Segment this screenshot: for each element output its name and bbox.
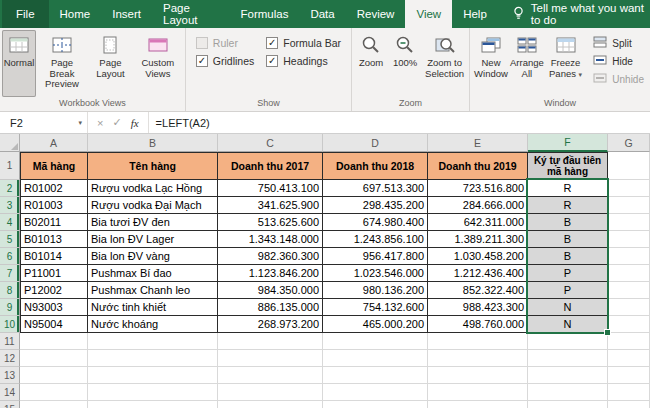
unhide-button[interactable]: Unhide [593,72,644,86]
cell-F8[interactable]: P [528,282,608,299]
tab-view[interactable]: View [405,0,452,28]
cell-E1[interactable]: Doanh thu 2019 [428,152,528,180]
cell-A7[interactable]: P11001 [20,265,88,282]
row-header-5[interactable]: 5 [0,231,20,248]
cell-F12[interactable] [528,350,608,367]
cell-D4[interactable]: 674.980.400 [323,214,428,231]
tab-home[interactable]: Home [49,0,102,28]
cell-G2[interactable] [608,180,650,197]
tab-insert[interactable]: Insert [101,0,152,28]
cell-D8[interactable]: 980.136.200 [323,282,428,299]
row-header-10[interactable]: 10 [0,316,20,333]
headings-checkbox[interactable]: Headings [266,55,341,67]
cell-F6[interactable]: B [528,248,608,265]
cell-G7[interactable] [608,265,650,282]
zoom-100-button[interactable]: 100% [388,30,422,97]
cell-A10[interactable]: N95004 [20,316,88,333]
cell-G10[interactable] [608,316,650,333]
zoom-button[interactable]: Zoom [354,30,388,97]
cell-C10[interactable]: 268.973.200 [218,316,323,333]
cell-C15[interactable] [218,401,323,408]
cell-D7[interactable]: 1.023.546.000 [323,265,428,282]
formula-input[interactable]: =LEFT(A2) [149,112,650,133]
row-header-9[interactable]: 9 [0,299,20,316]
formula-bar-checkbox[interactable]: Formula Bar [266,37,341,49]
cell-E8[interactable]: 852.322.400 [428,282,528,299]
cell-A6[interactable]: B01014 [20,248,88,265]
column-header-E[interactable]: E [428,134,528,152]
select-all-corner[interactable] [0,134,20,152]
cell-E13[interactable] [428,367,528,384]
cell-D10[interactable]: 465.000.200 [323,316,428,333]
cell-G6[interactable] [608,248,650,265]
insert-function-icon[interactable]: fx [131,117,139,129]
cell-A5[interactable]: B01013 [20,231,88,248]
cell-E12[interactable] [428,350,528,367]
cell-B6[interactable]: Bia lon ĐV vàng [88,248,218,265]
new-window-button[interactable]: New Window [472,30,510,97]
cell-D14[interactable] [323,384,428,401]
cell-A13[interactable] [20,367,88,384]
cell-G14[interactable] [608,384,650,401]
column-header-A[interactable]: A [20,134,88,152]
page-layout-button[interactable]: Page Layout [88,30,133,97]
cell-E4[interactable]: 642.311.000 [428,214,528,231]
cell-C9[interactable]: 886.135.000 [218,299,323,316]
cell-D15[interactable] [323,401,428,408]
cell-G1[interactable] [608,152,650,180]
ruler-checkbox[interactable]: Ruler [196,37,254,49]
cell-D9[interactable]: 754.132.600 [323,299,428,316]
cell-F10[interactable]: N [528,316,608,333]
cell-B2[interactable]: Rượu vodka Lạc Hồng [88,180,218,197]
cell-G15[interactable] [608,401,650,408]
tab-review[interactable]: Review [346,0,406,28]
cell-C4[interactable]: 513.625.600 [218,214,323,231]
cell-C14[interactable] [218,384,323,401]
cell-C8[interactable]: 984.350.000 [218,282,323,299]
cell-C3[interactable]: 341.625.900 [218,197,323,214]
cell-C2[interactable]: 750.413.100 [218,180,323,197]
arrange-all-button[interactable]: Arrange All [510,30,544,97]
column-header-F[interactable]: F [528,134,608,152]
cell-E11[interactable] [428,333,528,350]
cell-C5[interactable]: 1.343.148.000 [218,231,323,248]
cell-A12[interactable] [20,350,88,367]
cell-A1[interactable]: Mã hàng [20,152,88,180]
cell-D2[interactable]: 697.513.300 [323,180,428,197]
row-header-14[interactable]: 14 [0,384,20,401]
column-header-G[interactable]: G [608,134,650,152]
cell-G13[interactable] [608,367,650,384]
cell-B10[interactable]: Nước khoáng [88,316,218,333]
cell-C6[interactable]: 982.360.300 [218,248,323,265]
cell-D3[interactable]: 298.435.200 [323,197,428,214]
cell-B4[interactable]: Bia tươi ĐV đen [88,214,218,231]
cell-F7[interactable]: P [528,265,608,282]
cell-E2[interactable]: 723.516.800 [428,180,528,197]
cell-B14[interactable] [88,384,218,401]
tab-help[interactable]: Help [452,0,498,28]
cell-C1[interactable]: Doanh thu 2017 [218,152,323,180]
cell-B9[interactable]: Nước tinh khiết [88,299,218,316]
custom-views-button[interactable]: Custom Views [133,30,183,97]
cell-G5[interactable] [608,231,650,248]
cell-F3[interactable]: R [528,197,608,214]
cell-B3[interactable]: Rượu vodka Đại Mạch [88,197,218,214]
cell-G12[interactable] [608,350,650,367]
cell-C7[interactable]: 1.123.846.200 [218,265,323,282]
cell-B15[interactable] [88,401,218,408]
row-header-7[interactable]: 7 [0,265,20,282]
cell-F14[interactable] [528,384,608,401]
zoom-to-selection-button[interactable]: Zoom to Selection [422,30,467,97]
cell-G8[interactable] [608,282,650,299]
row-header-2[interactable]: 2 [0,180,20,197]
row-header-6[interactable]: 6 [0,248,20,265]
row-header-4[interactable]: 4 [0,214,20,231]
cell-C11[interactable] [218,333,323,350]
cell-B7[interactable]: Pushmax Bí đao [88,265,218,282]
cell-D11[interactable] [323,333,428,350]
cell-E7[interactable]: 1.212.436.400 [428,265,528,282]
gridlines-checkbox[interactable]: Gridlines [196,55,254,67]
cell-D12[interactable] [323,350,428,367]
cell-F9[interactable]: N [528,299,608,316]
row-header-8[interactable]: 8 [0,282,20,299]
